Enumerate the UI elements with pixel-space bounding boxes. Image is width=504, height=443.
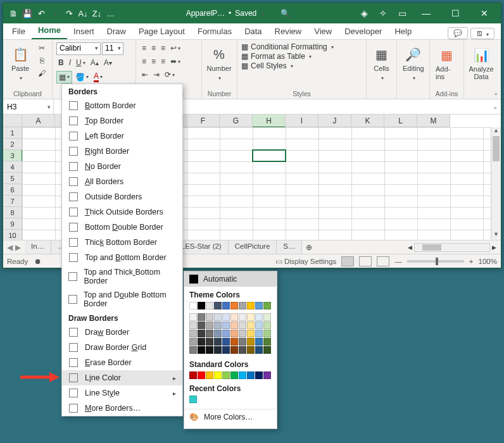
color-swatch[interactable] — [189, 371, 197, 379]
color-swatch[interactable] — [222, 338, 230, 346]
column-header[interactable]: I — [286, 115, 318, 127]
color-swatch[interactable] — [206, 330, 213, 337]
macro-record-icon[interactable]: ⏺ — [34, 258, 42, 265]
share-button[interactable]: 🖻 — [470, 28, 495, 39]
border-menu-item[interactable]: Left Border — [62, 128, 182, 144]
row-header[interactable]: 1 — [3, 127, 22, 139]
column-header[interactable]: M — [417, 115, 450, 127]
minimize-button[interactable]: — — [412, 4, 440, 23]
normal-view-button[interactable] — [341, 256, 354, 266]
zoom-in-button[interactable]: + — [469, 258, 474, 265]
italic-button[interactable]: I — [67, 57, 73, 68]
format-as-table-button[interactable]: ▦ Format as Table — [241, 52, 334, 61]
border-menu-item[interactable]: Line Style — [62, 385, 182, 401]
color-swatch[interactable] — [198, 371, 205, 379]
border-menu-item[interactable]: No Border — [62, 159, 182, 174]
color-swatch[interactable] — [206, 302, 213, 309]
color-swatch[interactable] — [239, 302, 246, 309]
color-swatch[interactable] — [189, 313, 197, 321]
color-swatch[interactable] — [255, 346, 263, 354]
align-center-button[interactable]: ≡ — [149, 56, 158, 67]
more-colors-item[interactable]: 🎨 More Colors… — [184, 409, 277, 425]
border-menu-item[interactable]: Top and Double Bottom Border — [62, 288, 182, 311]
decrease-font-button[interactable]: A▾ — [102, 57, 114, 68]
border-menu-item[interactable]: Draw Border Grid — [62, 340, 182, 355]
color-swatch[interactable] — [198, 313, 205, 321]
tab-review[interactable]: Review — [268, 24, 308, 39]
color-swatch[interactable] — [263, 338, 271, 346]
zoom-slider[interactable] — [407, 260, 464, 263]
color-swatch[interactable] — [239, 321, 246, 329]
row-header[interactable]: 9 — [3, 218, 22, 230]
row-header[interactable]: 5 — [3, 173, 22, 184]
decrease-indent-button[interactable]: ⇤ — [140, 69, 150, 80]
color-swatch[interactable] — [214, 338, 222, 346]
undo-dropdown-icon[interactable] — [49, 7, 61, 20]
row-header[interactable]: 2 — [3, 139, 22, 150]
color-swatch[interactable] — [255, 371, 263, 379]
sheet-tab[interactable]: S… — [277, 240, 302, 254]
color-swatch[interactable] — [239, 330, 246, 337]
automatic-color-item[interactable]: Automatic — [184, 271, 277, 287]
row-header[interactable]: 6 — [3, 184, 22, 196]
color-swatch[interactable] — [198, 346, 205, 354]
row-header[interactable]: 7 — [3, 196, 22, 207]
color-swatch[interactable] — [239, 346, 246, 354]
editing-button[interactable]: 🔎Editing — [401, 42, 426, 84]
border-menu-item[interactable]: Draw Border — [62, 325, 182, 340]
color-swatch[interactable] — [247, 302, 255, 309]
display-settings-button[interactable]: ▭ Display Settings — [275, 257, 337, 266]
color-swatch[interactable] — [198, 321, 205, 329]
borders-button[interactable]: ▦ — [56, 71, 72, 84]
color-swatch[interactable] — [189, 330, 197, 337]
color-swatch[interactable] — [247, 330, 255, 337]
color-swatch[interactable] — [247, 371, 255, 379]
color-swatch[interactable] — [255, 330, 263, 337]
color-swatch[interactable] — [222, 313, 230, 321]
underline-button[interactable]: U — [74, 57, 87, 68]
sort-asc-icon[interactable]: A↓ — [77, 7, 89, 20]
color-swatch[interactable] — [230, 371, 238, 379]
color-swatch[interactable] — [263, 371, 271, 379]
hscroll-right-icon[interactable]: ▶ — [490, 244, 498, 251]
analyze-data-button[interactable]: 📊Analyze Data — [468, 42, 495, 84]
cut-button[interactable]: ✂ — [36, 42, 47, 54]
border-menu-item[interactable]: Outside Borders — [62, 189, 182, 204]
column-header[interactable]: H — [253, 115, 286, 127]
color-swatch[interactable] — [214, 321, 222, 329]
color-swatch[interactable] — [263, 302, 271, 309]
color-swatch[interactable] — [206, 346, 213, 354]
tab-page-layout[interactable]: Page Layout — [132, 24, 191, 39]
paste-button[interactable]: 📋 Paste — [7, 42, 34, 84]
border-menu-item[interactable]: Thick Bottom Border — [62, 235, 182, 250]
color-swatch[interactable] — [239, 338, 246, 346]
comments-button[interactable]: 💬 — [448, 27, 468, 39]
coming-soon-icon[interactable]: ✧ — [374, 4, 392, 23]
increase-font-button[interactable]: A▴ — [89, 57, 101, 68]
color-swatch[interactable] — [206, 338, 213, 346]
sheet-tab[interactable]: In… — [25, 240, 51, 254]
addins-button[interactable]: ▦Add-ins — [434, 42, 460, 84]
sheet-nav-prev-icon[interactable]: ◀ — [7, 243, 13, 252]
align-right-button[interactable]: ≡ — [159, 56, 167, 67]
redo-icon[interactable]: ↷ — [63, 7, 75, 20]
search-icon[interactable]: 🔍 — [280, 9, 290, 18]
color-swatch[interactable] — [255, 338, 263, 346]
row-header[interactable]: 10 — [3, 230, 22, 240]
align-left-button[interactable]: ≡ — [140, 56, 148, 67]
select-all-corner[interactable] — [3, 115, 22, 127]
color-swatch[interactable] — [198, 302, 205, 309]
zoom-out-button[interactable]: — — [394, 258, 402, 265]
column-header[interactable]: G — [220, 115, 253, 127]
bold-button[interactable]: B — [56, 57, 66, 68]
color-swatch[interactable] — [222, 371, 230, 379]
name-box[interactable]: H3▾ — [3, 99, 54, 114]
tab-draw[interactable]: Draw — [101, 24, 132, 39]
color-swatch[interactable] — [222, 330, 230, 337]
font-size-combo[interactable]: 11▾ — [102, 42, 123, 55]
color-swatch[interactable] — [222, 346, 230, 354]
color-swatch[interactable] — [214, 346, 222, 354]
title-dropdown-icon[interactable] — [260, 9, 264, 18]
color-swatch[interactable] — [189, 346, 197, 354]
selected-cell[interactable] — [252, 149, 286, 162]
